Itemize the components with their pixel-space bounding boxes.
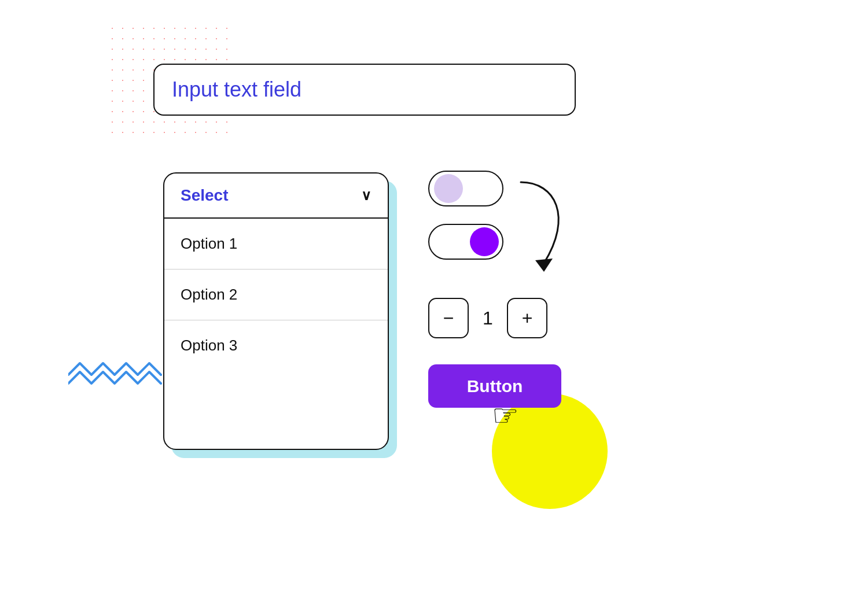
select-header-label: Select — [181, 186, 229, 205]
select-option-2[interactable]: Option 2 — [164, 270, 388, 320]
toggle-switch-2[interactable] — [428, 224, 503, 260]
decrement-button[interactable]: − — [428, 298, 469, 338]
toggle-thumb-1 — [434, 174, 463, 203]
yellow-circle-decoration — [492, 393, 608, 509]
toggles-container — [428, 171, 503, 260]
quantity-stepper: − 1 + — [428, 298, 547, 338]
select-header[interactable]: Select ∨ — [164, 174, 388, 219]
main-action-button[interactable]: Button — [428, 364, 561, 408]
svg-marker-0 — [535, 259, 553, 272]
select-option-1[interactable]: Option 1 — [164, 219, 388, 270]
stepper-value: 1 — [479, 308, 496, 329]
text-input[interactable] — [153, 64, 576, 116]
select-option-3[interactable]: Option 3 — [164, 320, 388, 371]
arrow-annotation — [509, 171, 584, 286]
chevron-down-icon: ∨ — [361, 187, 372, 204]
toggle-switch-1[interactable] — [428, 171, 503, 206]
toggle-thumb-2 — [470, 227, 499, 256]
increment-button[interactable]: + — [507, 298, 547, 338]
zigzag-decoration — [68, 357, 164, 389]
select-panel: Select ∨ Option 1 Option 2 Option 3 — [163, 172, 389, 450]
input-field-container — [153, 64, 576, 116]
